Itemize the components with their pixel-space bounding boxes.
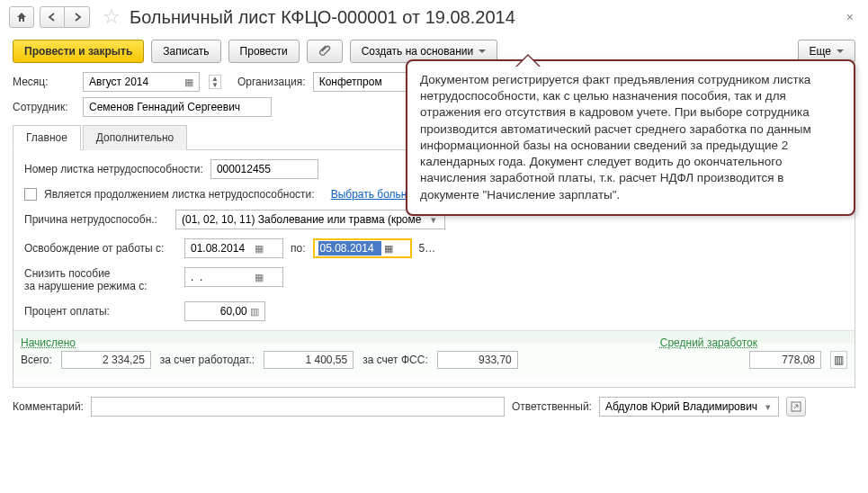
org-label: Организация:	[237, 76, 306, 88]
exempt-label: Освобождение от работы с:	[24, 242, 177, 255]
back-button[interactable]	[40, 6, 65, 28]
calc-icon[interactable]: ▥	[249, 306, 261, 318]
favorite-star-icon[interactable]: ☆	[103, 5, 121, 29]
help-callout: Документом регистрируется факт предъявле…	[406, 59, 855, 216]
percent-input[interactable]: ▥	[184, 301, 265, 321]
callout-text: Документом регистрируется факт предъявле…	[420, 73, 811, 202]
post-and-close-button[interactable]: Провести и закрыть	[13, 40, 144, 63]
continuation-label: Является продолжением листка нетрудоспос…	[44, 188, 315, 201]
continuation-checkbox[interactable]	[24, 188, 37, 201]
reduce-label-1: Снизить пособие	[24, 267, 177, 280]
employer-label: за счет работодат.:	[160, 354, 255, 366]
sheet-no-label: Номер листка нетрудоспособности:	[24, 163, 203, 175]
employee-input[interactable]	[83, 97, 272, 117]
total-value: 2 334,25	[61, 351, 151, 369]
reason-input[interactable]: ▾	[175, 210, 445, 229]
responsible-input[interactable]: ▾	[599, 397, 779, 417]
tab-main[interactable]: Главное	[13, 125, 81, 150]
employee-label: Сотрудник:	[13, 101, 76, 113]
calc-icon[interactable]: ▥	[830, 351, 847, 369]
tab-additional[interactable]: Дополнительно	[83, 125, 187, 150]
employer-value: 1 400,55	[264, 351, 353, 369]
avg-earnings-link[interactable]: Средний заработок	[660, 336, 757, 349]
sheet-no-input[interactable]	[210, 159, 318, 179]
comment-input[interactable]	[91, 397, 505, 417]
calendar-icon[interactable]: ▦	[252, 272, 266, 283]
open-button[interactable]	[786, 397, 806, 417]
percent-label: Процент оплаты:	[24, 305, 177, 318]
post-button[interactable]: Провести	[228, 40, 300, 63]
accrued-link[interactable]: Начислено	[21, 336, 76, 349]
org-input[interactable]	[313, 72, 412, 92]
reduce-label-2: за нарушение режима с:	[24, 280, 177, 292]
dropdown-icon[interactable]: ▾	[761, 401, 774, 413]
forward-button[interactable]	[65, 6, 90, 28]
date-from-input[interactable]: ▦	[184, 238, 283, 258]
calendar-icon[interactable]: ▦	[252, 243, 266, 255]
comment-label: Комментарий:	[13, 400, 84, 413]
attachment-button[interactable]	[307, 40, 343, 63]
date-to-label: по:	[291, 242, 306, 255]
days-value: 5…	[419, 242, 436, 255]
responsible-label: Ответственный:	[512, 400, 592, 413]
reason-label: Причина нетрудоспособн.:	[24, 213, 168, 226]
date-to-input[interactable]: ▦	[313, 238, 412, 258]
save-button[interactable]: Записать	[151, 40, 220, 63]
document-title: Больничный лист КФЦО-000001 от 19.08.201…	[130, 7, 836, 28]
avg-value: 778,08	[749, 351, 821, 369]
month-input[interactable]: ▦	[83, 72, 200, 92]
fss-label: за счет ФСС:	[362, 354, 428, 366]
total-label: Всего:	[21, 354, 52, 366]
month-label: Месяц:	[13, 76, 76, 88]
fss-value: 933,70	[437, 351, 518, 369]
home-button[interactable]	[9, 6, 34, 28]
month-spinner[interactable]: ▲▼	[209, 75, 221, 89]
calendar-icon[interactable]: ▦	[183, 76, 195, 88]
reduce-date-input[interactable]: ▦	[184, 267, 283, 287]
close-button[interactable]: ×	[841, 10, 859, 24]
calendar-icon[interactable]: ▦	[381, 243, 396, 255]
